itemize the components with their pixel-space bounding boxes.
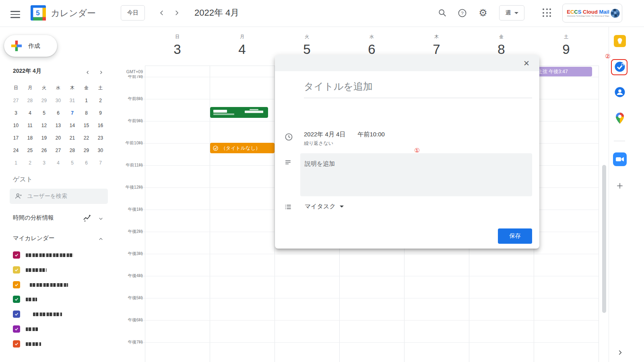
my-calendars-collapse-chevron[interactable] <box>97 235 105 243</box>
dialog-time[interactable]: 午前10:00 <box>357 131 385 138</box>
mini-day[interactable]: 22 <box>79 132 93 144</box>
task-list-selector[interactable]: マイタスク <box>305 203 344 210</box>
calendar-list-item[interactable] <box>13 281 105 289</box>
mini-day[interactable]: 2 <box>23 156 37 169</box>
mini-day[interactable]: 3 <box>37 156 51 169</box>
mini-day[interactable]: 3 <box>9 107 23 119</box>
calendar-checkbox[interactable] <box>13 266 20 274</box>
calendar-list-item[interactable] <box>13 310 105 318</box>
calendar-checkbox[interactable] <box>13 296 20 303</box>
account-button[interactable]: ECCS Cloud Mail Information Technology C… <box>562 4 622 23</box>
calendar-scrollbar[interactable] <box>602 165 606 313</box>
hamburger-menu-icon[interactable] <box>10 9 20 17</box>
search-icon[interactable] <box>437 8 448 18</box>
mini-day[interactable]: 16 <box>93 119 107 132</box>
current-range-title: 2022年 4月 <box>194 7 239 19</box>
mini-day[interactable]: 12 <box>37 119 51 132</box>
mini-day[interactable]: 25 <box>23 144 37 156</box>
mini-day[interactable]: 30 <box>51 94 65 107</box>
mini-day[interactable]: 8 <box>79 107 93 119</box>
mini-day[interactable]: 6 <box>79 156 93 169</box>
calendar-checkbox[interactable] <box>13 311 20 318</box>
mini-calendar-next-button[interactable] <box>97 68 105 76</box>
dialog-date[interactable]: 2022年 4月 4日 <box>304 131 345 138</box>
calendar-checkbox[interactable] <box>13 340 20 348</box>
create-button[interactable]: 作成 <box>4 35 57 57</box>
dialog-drag-bar[interactable] <box>275 55 539 71</box>
mini-day[interactable]: 9 <box>93 107 107 119</box>
allday-event-moon[interactable]: 上弦 午後3:47 <box>534 67 592 76</box>
calendar-list-item[interactable] <box>13 340 105 348</box>
prev-week-button[interactable] <box>157 8 167 18</box>
task-event[interactable]: （タイトルなし） <box>210 143 275 153</box>
mini-day[interactable]: 7 <box>93 156 107 169</box>
mini-day-selected[interactable]: 7 <box>65 107 79 119</box>
mini-day[interactable]: 29 <box>37 94 51 107</box>
calendar-checkbox[interactable] <box>13 325 20 333</box>
mini-day[interactable]: 21 <box>65 132 79 144</box>
add-icon[interactable] <box>613 179 627 193</box>
event-green-redacted[interactable] <box>210 107 268 118</box>
apps-grid-icon[interactable] <box>543 8 551 17</box>
mini-day[interactable]: 15 <box>79 119 93 132</box>
today-button[interactable]: 今日 <box>121 5 145 21</box>
contacts-icon[interactable] <box>613 85 627 99</box>
calendar-list-item[interactable] <box>13 266 105 274</box>
calendar-list-item[interactable] <box>13 295 105 303</box>
calendar-list-item[interactable] <box>13 325 105 333</box>
mini-day[interactable]: 27 <box>51 144 65 156</box>
mini-day[interactable]: 18 <box>23 132 37 144</box>
title-input[interactable]: タイトルを追加 <box>304 80 532 98</box>
mini-day[interactable]: 6 <box>51 107 65 119</box>
mini-day[interactable]: 11 <box>23 119 37 132</box>
calendar-checkbox[interactable] <box>13 281 20 288</box>
maps-icon[interactable] <box>613 111 627 125</box>
mini-day[interactable]: 5 <box>65 156 79 169</box>
calendar-list-item[interactable] <box>13 251 105 259</box>
mini-day[interactable]: 4 <box>51 156 65 169</box>
view-selector[interactable]: 週 <box>499 5 524 21</box>
insights-expand-chevron[interactable] <box>97 214 105 222</box>
chevron-down-icon <box>514 12 518 14</box>
mini-day[interactable]: 10 <box>9 119 23 132</box>
mini-day[interactable]: 2 <box>93 94 107 107</box>
mini-day[interactable]: 31 <box>65 94 79 107</box>
description-input[interactable]: 説明を追加 <box>300 153 532 196</box>
mini-day[interactable]: 27 <box>9 94 23 107</box>
mini-day[interactable]: 17 <box>9 132 23 144</box>
video-app-icon[interactable] <box>613 152 627 166</box>
next-week-button[interactable] <box>172 8 182 18</box>
close-icon[interactable]: ✕ <box>521 58 532 68</box>
mini-day[interactable]: 4 <box>23 107 37 119</box>
mini-day[interactable]: 5 <box>37 107 51 119</box>
mini-day[interactable]: 29 <box>79 144 93 156</box>
mini-day[interactable]: 14 <box>65 119 79 132</box>
help-icon[interactable]: ? <box>457 8 467 18</box>
recurrence-label[interactable]: 繰り返さない <box>304 140 333 147</box>
guest-search-input[interactable]: ユーザーを検索 <box>10 189 108 204</box>
tasks-icon[interactable] <box>613 60 627 74</box>
expand-chevron-icon[interactable] <box>613 346 627 359</box>
mini-day[interactable]: 26 <box>37 144 51 156</box>
day-name: 水 <box>339 34 404 40</box>
keep-icon[interactable] <box>613 34 627 48</box>
mini-day[interactable]: 19 <box>37 132 51 144</box>
mini-calendar-prev-button[interactable] <box>84 68 92 76</box>
save-button[interactable]: 保存 <box>498 228 532 244</box>
mini-day[interactable]: 30 <box>93 144 107 156</box>
mini-day[interactable]: 28 <box>23 94 37 107</box>
day-number[interactable]: 4 <box>210 42 275 57</box>
mini-day[interactable]: 20 <box>51 132 65 144</box>
settings-gear-icon[interactable]: ⚙ <box>478 8 488 18</box>
mini-day[interactable]: 1 <box>9 156 23 169</box>
calendar-checkbox[interactable] <box>13 251 20 259</box>
day-number[interactable]: 3 <box>145 42 210 57</box>
mini-day[interactable]: 24 <box>9 144 23 156</box>
insights-label: 時間の分析情報 <box>13 214 54 222</box>
mini-day[interactable]: 23 <box>93 132 107 144</box>
mini-day[interactable]: 13 <box>51 119 65 132</box>
day-number[interactable]: 9 <box>534 42 599 57</box>
guests-heading: ゲスト <box>13 175 33 184</box>
mini-day[interactable]: 1 <box>79 94 93 107</box>
mini-day[interactable]: 28 <box>65 144 79 156</box>
